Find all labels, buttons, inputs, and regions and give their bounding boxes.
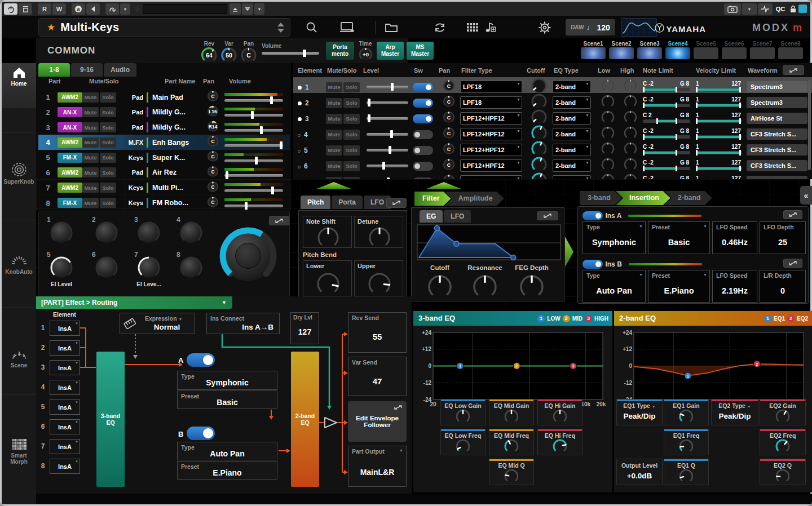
snapshot-dropdown[interactable]: ▼ [742, 3, 757, 15]
element-cutoff-knob[interactable] [531, 77, 548, 94]
knob[interactable]: 64 [201, 47, 218, 64]
element-waveform-button[interactable]: Spectrum3 [747, 97, 807, 108]
element-cutoff-knob[interactable] [531, 172, 548, 179]
tab-filter-lfo[interactable]: LFO [444, 210, 471, 223]
fx-unit-toggle[interactable] [582, 211, 603, 220]
part-volume[interactable] [224, 108, 289, 117]
ins-b-preset-box[interactable]: PresetE.Piano [177, 461, 277, 480]
element-note-limit[interactable]: C 2G 8 [642, 112, 695, 125]
bypass-button[interactable] [105, 3, 119, 15]
scene-button-8[interactable] [778, 47, 803, 59]
knob[interactable] [775, 468, 791, 484]
element-row-7[interactable]: 7MuteSoloCLPF12+HPF12▼2-band▼C -2G 81127… [293, 172, 812, 179]
eq-cell-eq2-freq[interactable]: EQ2 Freq [760, 429, 806, 455]
part-mute-button[interactable]: Mute [82, 137, 99, 148]
element-low-knob[interactable] [601, 157, 615, 172]
part-row-4[interactable]: 4AWM2MuteSoloM.FXEnh BangsC [38, 135, 290, 150]
scene-button-4[interactable] [665, 47, 690, 59]
folder-icon[interactable]: ▼ [382, 20, 401, 35]
part-name[interactable]: Mildly G... [152, 123, 201, 131]
part-volume[interactable] [224, 138, 289, 147]
element-solo-button[interactable]: Solo [343, 98, 360, 108]
tab-pitch[interactable]: Pitch [301, 196, 330, 209]
element-filter-type[interactable]: LPF18▼ [460, 81, 522, 93]
element-waveform-button[interactable]: Spectrum3 [747, 81, 807, 92]
knob[interactable] [775, 438, 791, 454]
element-level-slider[interactable] [362, 165, 413, 167]
write-automation-button[interactable]: W [52, 3, 66, 15]
divider-icon[interactable] [365, 20, 385, 35]
element-pan-knob[interactable]: C [442, 174, 456, 179]
color-swatch[interactable] [798, 5, 807, 13]
part-name[interactable]: Enh Bangs [152, 139, 201, 147]
part-solo-button[interactable]: Solo [100, 137, 116, 148]
search-icon[interactable] [302, 20, 321, 35]
pitch-knob[interactable] [317, 227, 339, 249]
power-button[interactable] [4, 3, 17, 15]
element-row-4[interactable]: 4MuteSoloCLPF12+HPF12▼2-band▼C -2G 81127… [293, 125, 812, 140]
unlock-icon[interactable] [788, 3, 797, 15]
part-mute-button[interactable]: Mute [82, 167, 99, 177]
element-low-knob[interactable] [601, 173, 615, 179]
element-ins-slot-7[interactable]: InsA▼ [50, 439, 80, 454]
fx-unit-toggle[interactable] [582, 260, 603, 269]
preset-dropdown-button[interactable]: ▼ [254, 3, 264, 15]
element-high-knob[interactable] [623, 157, 638, 172]
knob[interactable] [504, 438, 519, 454]
element-ins-slot-5[interactable]: InsA▼ [50, 400, 80, 415]
element-velocity-limit[interactable]: 1127 [695, 144, 747, 156]
element-row-6[interactable]: 6MuteSoloCLPF12+HPF12▼2-band▼C -2G 81127… [293, 156, 812, 172]
pitch-bend-upper-cell[interactable]: Upper [354, 260, 403, 296]
element-waveform-button[interactable]: CF3 Stretch S... [747, 144, 807, 156]
eq-cell-eq-hi-gain[interactable]: EQ Hi Gain [537, 399, 582, 425]
sync-icon[interactable] [430, 20, 449, 35]
element-switch[interactable] [413, 162, 433, 171]
knob[interactable] [179, 220, 204, 245]
expression-box[interactable]: Expression ▼Normal [120, 313, 195, 334]
knob[interactable] [775, 409, 791, 424]
element-low-knob[interactable] [601, 78, 615, 93]
performance-spinner[interactable] [277, 23, 284, 33]
element-note-limit[interactable]: C -2G 8 [642, 159, 695, 172]
element-high-knob[interactable] [623, 78, 638, 93]
part-row-1[interactable]: 1AWM2MuteSoloPadMain PadC [38, 90, 290, 105]
element-row-2[interactable]: 2MuteSoloCLPF18▼2-band▼C -2G 81127Spectr… [293, 93, 812, 109]
scene-button-2[interactable] [609, 47, 634, 59]
element-note-limit[interactable]: C -2G 8 [642, 144, 695, 156]
fx-field-l-r-depth[interactable]: L/R Depth0 [760, 270, 806, 303]
part-name[interactable]: Mildly G... [152, 108, 201, 116]
knob[interactable] [427, 274, 452, 299]
eq-cell-eq-hi-freq[interactable]: EQ Hi Freq [537, 429, 582, 455]
quick-knob-5[interactable] [49, 255, 74, 282]
tab-eg[interactable]: EG [420, 210, 443, 223]
element-row-5[interactable]: 5MuteSoloCLPF12+HPF12▼2-band▼C -2G 81127… [293, 140, 812, 156]
part-mute-button[interactable]: Mute [82, 153, 99, 163]
element-low-knob[interactable] [601, 141, 615, 156]
quick-knob-6[interactable] [94, 255, 119, 282]
part-row-6[interactable]: 6AWM2MuteSoloPadAir RezC [38, 165, 290, 180]
knob[interactable]: +0 [358, 47, 373, 62]
var-send-box[interactable]: Var Send47 [348, 357, 407, 396]
sidebar-item-knobauto[interactable]: KnobAuto [2, 255, 36, 275]
element-ins-slot-3[interactable]: InsA▼ [50, 360, 80, 375]
collapse-panel-button[interactable]: « [800, 186, 812, 205]
fx-field-type[interactable]: Type▼Symphonic [582, 221, 646, 254]
element-pan-knob[interactable]: C [442, 95, 456, 108]
eq-cell-eq2-type[interactable]: EQ2 Type ▼Peak/Dip [711, 399, 758, 425]
note-add-icon[interactable] [481, 20, 500, 35]
pulse-button[interactable] [758, 3, 773, 15]
eq-cell-eq-mid-q[interactable]: EQ Mid Q [489, 459, 534, 485]
part-row-2[interactable]: 2AN-XMuteSoloPadMildly G...L16 [38, 105, 290, 120]
ins-connect-box[interactable]: Ins ConnectIns A→B [206, 313, 280, 334]
read-automation-button[interactable]: R [38, 3, 51, 15]
element-eq-type[interactable]: 2-band▼ [553, 159, 591, 172]
part-name[interactable]: Main Pad [152, 94, 201, 101]
element-pan-knob[interactable]: C [442, 158, 456, 171]
element-velocity-limit[interactable]: 1127 [695, 81, 747, 93]
eq-cell-eq2-gain[interactable]: EQ2 Gain [760, 399, 806, 425]
filter-resonance-knob[interactable] [473, 274, 497, 301]
pitch-knob[interactable] [368, 272, 391, 296]
element-row-1[interactable]: 1MuteSoloCLPF18▼2-band▼C -2G 81127Spectr… [293, 77, 812, 93]
element-pan-knob[interactable]: C [442, 142, 456, 156]
portamento-button[interactable]: Portamento [326, 42, 354, 60]
